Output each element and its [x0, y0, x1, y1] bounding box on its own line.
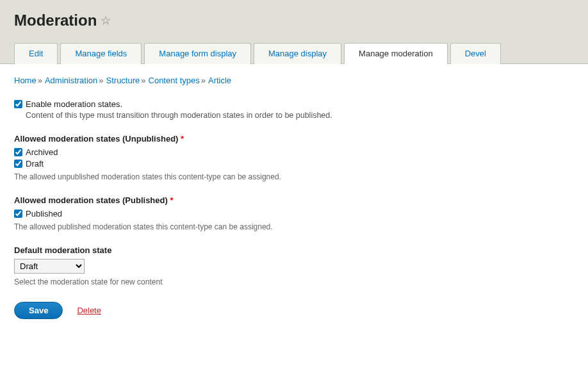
- unpublished-help: The allowed unpublished moderation state…: [14, 172, 574, 181]
- page-title-text: Moderation: [14, 12, 97, 29]
- required-marker: *: [170, 195, 173, 205]
- tab-edit[interactable]: Edit: [14, 43, 58, 64]
- star-icon[interactable]: ☆: [101, 13, 111, 28]
- unpublished-legend: Allowed moderation states (Unpublished) …: [14, 134, 574, 144]
- unpublished-archived-checkbox[interactable]: [14, 148, 22, 156]
- breadcrumb-sep: »: [97, 76, 106, 85]
- tab-manage-fields[interactable]: Manage fields: [60, 43, 142, 64]
- tab-devel[interactable]: Devel: [450, 43, 501, 64]
- published-help: The allowed published moderation states …: [14, 222, 574, 231]
- unpublished-archived-label[interactable]: Archived: [26, 147, 58, 157]
- enable-moderation-item: Enable moderation states. Content of thi…: [14, 99, 574, 120]
- save-button[interactable]: Save: [14, 302, 63, 319]
- published-legend: Allowed moderation states (Published) *: [14, 195, 574, 205]
- tab-manage-display[interactable]: Manage display: [254, 43, 341, 64]
- published-published-checkbox[interactable]: [14, 210, 22, 218]
- enable-moderation-description: Content of this type must transition thr…: [26, 111, 574, 120]
- breadcrumb-structure[interactable]: Structure: [106, 76, 140, 85]
- breadcrumb-content-types[interactable]: Content types: [149, 76, 200, 85]
- content-region: Home»Administration»Structure»Content ty…: [0, 63, 588, 331]
- breadcrumb-sep: »: [140, 76, 148, 85]
- default-state-legend: Default moderation state: [14, 245, 574, 255]
- published-legend-text: Allowed moderation states (Published): [14, 195, 168, 205]
- breadcrumb-home[interactable]: Home: [14, 76, 37, 85]
- breadcrumb-sep: »: [37, 76, 45, 85]
- required-marker: *: [181, 134, 184, 144]
- unpublished-draft-label[interactable]: Draft: [26, 159, 44, 169]
- unpublished-legend-text: Allowed moderation states (Unpublished): [14, 134, 178, 144]
- tab-manage-moderation[interactable]: Manage moderation: [344, 43, 448, 64]
- enable-moderation-checkbox[interactable]: [14, 100, 22, 108]
- enable-moderation-label[interactable]: Enable moderation states.: [26, 99, 122, 109]
- default-state-help: Select the moderation state for new cont…: [14, 277, 574, 286]
- form-actions: Save Delete: [14, 302, 574, 319]
- breadcrumb-administration[interactable]: Administration: [45, 76, 97, 85]
- breadcrumb-sep: »: [200, 76, 208, 85]
- delete-link[interactable]: Delete: [77, 306, 101, 315]
- default-state-select[interactable]: Draft: [14, 259, 85, 274]
- unpublished-draft-checkbox[interactable]: [14, 160, 22, 168]
- breadcrumb: Home»Administration»Structure»Content ty…: [14, 76, 574, 85]
- primary-tabs: Edit Manage fields Manage form display M…: [14, 43, 574, 64]
- page-title: Moderation ☆: [14, 12, 574, 42]
- breadcrumb-article[interactable]: Article: [208, 76, 231, 85]
- published-published-label[interactable]: Published: [26, 209, 62, 218]
- tab-manage-form-display[interactable]: Manage form display: [144, 43, 251, 64]
